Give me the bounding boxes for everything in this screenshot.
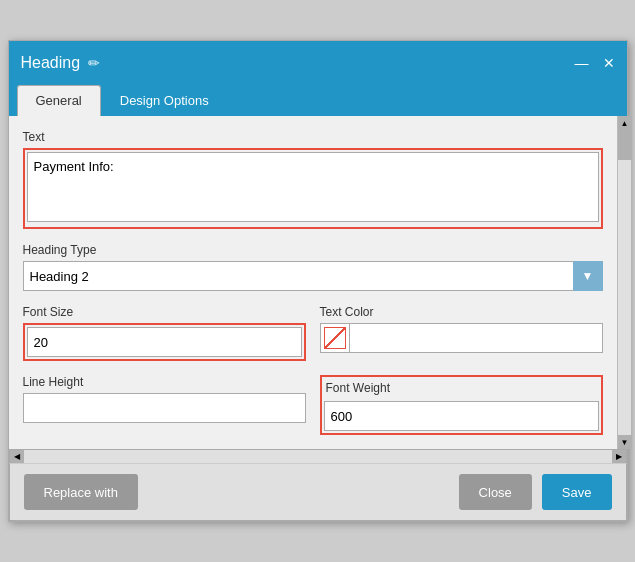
tabs: General Design Options: [9, 85, 627, 116]
font-size-color-row: Font Size Text Color: [23, 305, 603, 361]
scroll-up-button[interactable]: ▲: [618, 116, 632, 130]
scroll-down-button[interactable]: ▼: [618, 435, 632, 449]
minimize-button[interactable]: —: [575, 55, 589, 71]
save-button[interactable]: Save: [542, 474, 612, 510]
text-field-group: Text: [23, 130, 603, 229]
heading-type-group: Heading Type Heading 1 Heading 2 Heading…: [23, 243, 603, 291]
line-height-input[interactable]: [23, 393, 306, 423]
footer: Replace with Close Save: [9, 463, 627, 521]
heading-type-select[interactable]: Heading 1 Heading 2 Heading 3 Heading 4 …: [23, 261, 603, 291]
h-scroll-track: [24, 450, 612, 464]
font-weight-col: Font Weight: [320, 375, 603, 435]
font-size-col: Font Size: [23, 305, 306, 361]
font-weight-label: Font Weight: [324, 379, 599, 397]
close-button-footer[interactable]: Close: [459, 474, 532, 510]
tab-general[interactable]: General: [17, 85, 101, 117]
line-height-font-weight-row: Line Height Font Weight: [23, 375, 603, 435]
scroll-left-button[interactable]: ◀: [10, 450, 24, 464]
dialog: Heading ✏ — ✕ General Design Options Tex…: [8, 40, 628, 522]
scroll-right-button[interactable]: ▶: [612, 450, 626, 464]
scroll-track: [618, 160, 631, 435]
text-label: Text: [23, 130, 603, 144]
title-bar-right: — ✕: [575, 55, 615, 71]
line-height-label: Line Height: [23, 375, 306, 389]
vertical-scrollbar[interactable]: ▲ ▼: [617, 116, 631, 449]
content-area: Text Heading Type Heading 1 Heading 2 He…: [9, 116, 627, 449]
color-swatch[interactable]: [320, 323, 350, 353]
font-weight-input[interactable]: [324, 401, 599, 431]
horizontal-scrollbar[interactable]: ◀ ▶: [9, 449, 627, 463]
dialog-title: Heading: [21, 54, 81, 72]
replace-with-button[interactable]: Replace with: [24, 474, 138, 510]
no-color-icon: [324, 327, 346, 349]
text-color-col: Text Color: [320, 305, 603, 361]
edit-icon[interactable]: ✏: [88, 55, 100, 71]
font-size-input[interactable]: [27, 327, 302, 357]
heading-type-label: Heading Type: [23, 243, 603, 257]
close-button[interactable]: ✕: [603, 55, 615, 71]
text-area-highlight: [23, 148, 603, 229]
text-input[interactable]: [27, 152, 599, 222]
text-color-field: [320, 323, 603, 353]
scroll-thumb[interactable]: [618, 130, 632, 160]
title-bar-left: Heading ✏: [21, 54, 101, 72]
title-bar: Heading ✏ — ✕: [9, 41, 627, 85]
font-weight-highlight: Font Weight: [320, 375, 603, 435]
tab-design-options[interactable]: Design Options: [101, 85, 228, 116]
text-color-label: Text Color: [320, 305, 603, 319]
color-text-input[interactable]: [350, 323, 603, 353]
font-size-highlight: [23, 323, 306, 361]
font-size-label: Font Size: [23, 305, 306, 319]
main-content: Text Heading Type Heading 1 Heading 2 He…: [9, 116, 617, 449]
heading-type-select-container: Heading 1 Heading 2 Heading 3 Heading 4 …: [23, 261, 603, 291]
line-height-col: Line Height: [23, 375, 306, 435]
